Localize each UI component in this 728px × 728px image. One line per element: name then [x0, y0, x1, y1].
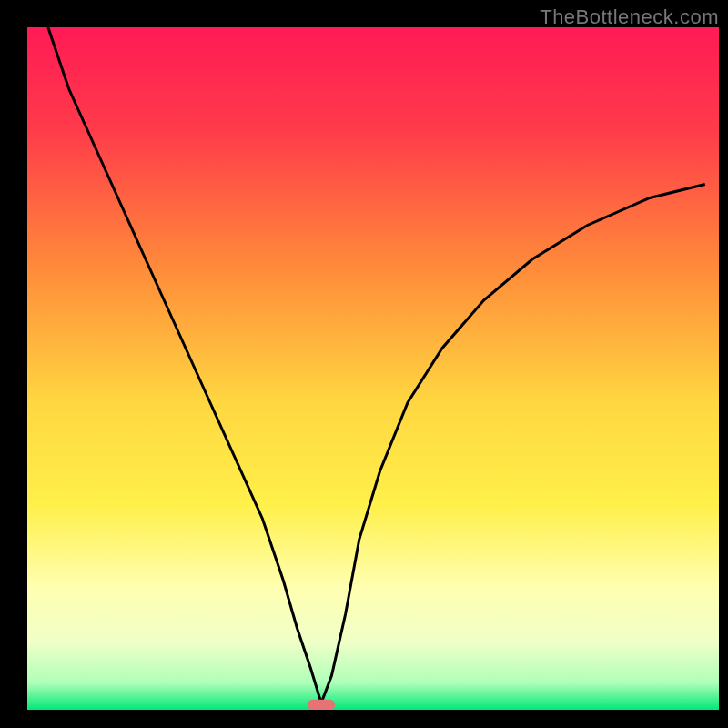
- bottleneck-chart: [0, 0, 728, 728]
- chart-container: TheBottleneck.com: [0, 0, 728, 728]
- plot-background: [27, 27, 719, 710]
- optimal-marker: [308, 700, 335, 710]
- watermark-text: TheBottleneck.com: [540, 5, 719, 29]
